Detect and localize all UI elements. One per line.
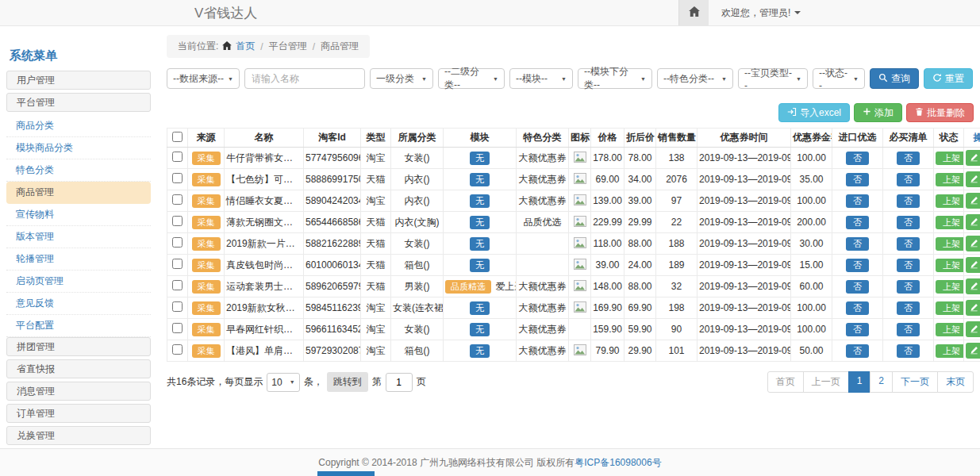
reset-button[interactable]: 重置 (924, 68, 973, 89)
must-buy-toggle[interactable]: 否 (897, 280, 920, 294)
import-select-toggle[interactable]: 否 (846, 194, 869, 208)
home-nav-button[interactable] (678, 0, 709, 25)
edit-button[interactable] (966, 171, 980, 187)
edit-button[interactable] (966, 257, 980, 273)
import-select-toggle[interactable]: 否 (846, 152, 869, 165)
sidebar-item[interactable]: 商品管理 (6, 182, 151, 204)
filter-select[interactable]: --模块-- ▼ (509, 68, 573, 89)
sidebar-item[interactable]: 消息管理 (6, 382, 151, 401)
pagination-button[interactable]: 末页 (937, 371, 974, 393)
edit-button[interactable] (966, 193, 980, 209)
import-select-toggle[interactable]: 否 (846, 237, 869, 251)
user-menu[interactable]: 欢迎您，管理员! (721, 6, 801, 20)
sidebar-item[interactable]: 意见反馈 (6, 293, 151, 315)
must-buy-toggle[interactable]: 否 (897, 237, 920, 251)
status-toggle[interactable]: 上架 (936, 173, 964, 186)
row-checkbox[interactable] (172, 323, 183, 333)
row-checkbox[interactable] (172, 344, 183, 355)
must-buy-toggle[interactable]: 否 (897, 173, 920, 186)
name-search-input[interactable] (244, 68, 365, 89)
sidebar-item[interactable]: 轮播管理 (6, 248, 151, 271)
add-button[interactable]: 添加 (854, 103, 902, 122)
icp-link[interactable]: 粤ICP备16098006号 (575, 456, 661, 470)
select-all-checkbox[interactable] (172, 132, 183, 142)
search-button[interactable]: 查询 (870, 68, 919, 89)
status-toggle[interactable]: 上架 (936, 344, 964, 358)
status-toggle[interactable]: 上架 (936, 152, 964, 165)
sidebar-item[interactable]: 启动页管理 (6, 271, 151, 293)
must-buy-toggle[interactable]: 否 (897, 344, 920, 358)
source-cell: 采集 (188, 190, 225, 212)
row-checkbox[interactable] (172, 152, 183, 162)
import-select-toggle[interactable]: 否 (846, 216, 869, 229)
must-buy-toggle[interactable]: 否 (897, 259, 920, 272)
import-select-toggle[interactable]: 否 (846, 344, 869, 358)
filter-select[interactable]: --状态-- ▼ (813, 68, 865, 89)
sidebar-item[interactable]: 省直快报 (6, 359, 151, 378)
row-checkbox[interactable] (172, 216, 183, 226)
pagination-button[interactable]: 上一页 (803, 371, 849, 393)
filter-select[interactable]: --特色分类-- ▼ (657, 68, 733, 89)
import-select-toggle[interactable]: 否 (846, 259, 869, 272)
sidebar-item[interactable]: 用户管理 (6, 71, 151, 90)
sidebar-item[interactable]: 商品分类 (6, 115, 151, 137)
sidebar-item[interactable]: 模块商品分类 (6, 137, 151, 159)
page-jump-input[interactable] (386, 373, 413, 392)
sidebar-item[interactable]: 平台配置 (6, 315, 151, 337)
pagination-button[interactable]: 下一页 (892, 371, 938, 393)
sidebar-item[interactable]: 订单管理 (6, 404, 151, 423)
status-toggle[interactable]: 上架 (936, 301, 964, 315)
sidebar-item[interactable]: 平台管理 (6, 93, 151, 112)
per-page-select[interactable]: 10 ▼ (267, 373, 299, 392)
row-checkbox[interactable] (172, 259, 183, 269)
edit-button[interactable] (966, 300, 980, 316)
row-checkbox[interactable] (172, 173, 183, 183)
pagination-button[interactable]: 1 (848, 371, 871, 393)
status-toggle[interactable]: 上架 (936, 323, 964, 336)
filter-select[interactable]: --二级分类-- ▼ (438, 68, 505, 89)
module-cell: 无 (444, 212, 517, 233)
status-toggle[interactable]: 上架 (936, 194, 964, 208)
pagination-button[interactable]: 首页 (767, 371, 804, 393)
source-cell: 采集 (188, 340, 225, 362)
batch-delete-button[interactable]: 批量删除 (906, 103, 974, 122)
sidebar-item[interactable]: 拼团管理 (6, 337, 151, 356)
import-select-toggle[interactable]: 否 (846, 301, 869, 315)
sidebar-item[interactable]: 宣传物料 (6, 204, 151, 226)
import-excel-button[interactable]: 导入excel (778, 103, 850, 122)
import-select-cell: 否 (832, 148, 883, 169)
must-buy-toggle[interactable]: 否 (897, 301, 920, 315)
import-select-toggle[interactable]: 否 (846, 173, 869, 186)
status-toggle[interactable]: 上架 (936, 259, 964, 272)
must-buy-toggle[interactable]: 否 (897, 216, 920, 229)
must-buy-toggle[interactable]: 否 (897, 323, 920, 336)
sidebar-item[interactable]: 版本管理 (6, 226, 151, 248)
edit-button[interactable] (966, 321, 980, 337)
breadcrumb-home-link[interactable]: 首页 (236, 40, 255, 53)
status-toggle[interactable]: 上架 (936, 237, 964, 251)
filter-select[interactable]: --模块下分类-- ▼ (578, 68, 652, 89)
edit-button[interactable] (966, 343, 980, 359)
status-toggle[interactable]: 上架 (936, 216, 964, 229)
edit-button[interactable] (966, 214, 980, 230)
pagination-button[interactable]: 2 (870, 371, 893, 393)
feature-category: 大额优惠券 (517, 148, 569, 169)
must-buy-toggle[interactable]: 否 (897, 152, 920, 165)
sidebar-item[interactable]: 兑换管理 (6, 426, 151, 445)
edit-button[interactable] (966, 236, 980, 251)
must-buy-toggle[interactable]: 否 (897, 194, 920, 208)
filter-select[interactable]: 一级分类 ▼ (370, 68, 433, 89)
row-checkbox[interactable] (172, 301, 183, 312)
jump-button[interactable]: 跳转到 (327, 372, 368, 392)
edit-button[interactable] (966, 150, 980, 166)
import-select-toggle[interactable]: 否 (846, 280, 869, 294)
sidebar-item[interactable]: 特色分类 (6, 159, 151, 182)
import-select-toggle[interactable]: 否 (846, 323, 869, 336)
row-checkbox[interactable] (172, 237, 183, 248)
filter-select[interactable]: --宝贝类型-- ▼ (738, 68, 808, 89)
status-toggle[interactable]: 上架 (936, 280, 964, 294)
edit-button[interactable] (966, 278, 980, 294)
row-checkbox[interactable] (172, 280, 183, 290)
row-checkbox[interactable] (172, 194, 183, 205)
filter-select[interactable]: --数据来源-- ▼ (167, 68, 240, 89)
